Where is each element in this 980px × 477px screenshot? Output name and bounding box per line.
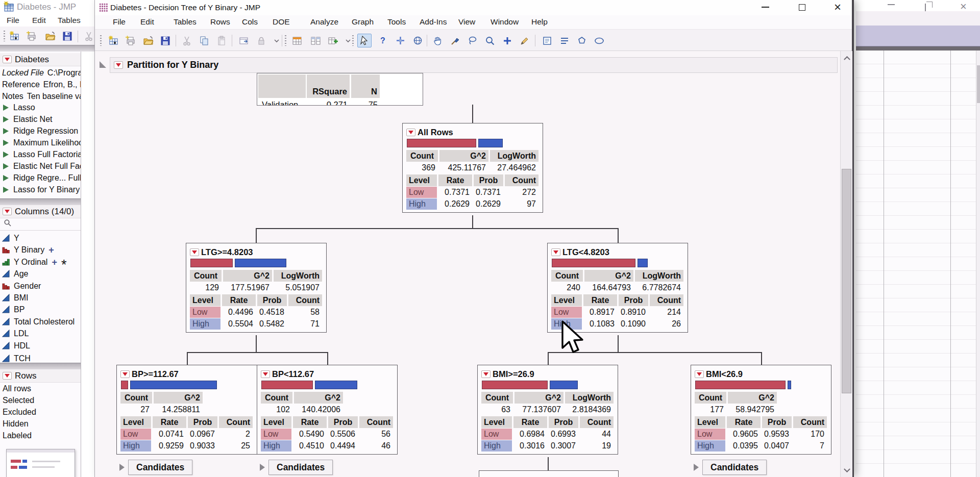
toolbar-handle[interactable] [100,35,102,46]
script-item-lasso[interactable]: Lasso [3,103,35,113]
vertical-scrollbar[interactable] [840,51,852,477]
run-script-icon[interactable] [3,163,9,169]
script-item-elastic-net-full[interactable]: Elastic Net Full Facto [3,161,81,171]
polygon-tool-icon[interactable] [575,34,589,47]
script-item-ridge-full[interactable]: Ridge Regre... Full Fa [3,173,81,183]
candidates-button[interactable]: Candidates [702,460,767,475]
candidates-button[interactable]: Candidates [268,460,333,475]
collapse-triangle-icon[interactable] [100,61,106,68]
menu-rows[interactable]: Rows [210,17,230,27]
column-item-hdl[interactable]: HDL [2,340,30,351]
pencil-tool-icon[interactable] [518,34,532,47]
new-data-table-icon[interactable] [7,29,21,43]
magnifier-tool-icon[interactable] [483,34,497,47]
disclosure-triangle-icon[interactable] [119,464,125,471]
script-item-lasso-y-binary[interactable]: Lasso for Y Binary [3,185,80,195]
red-triangle-button[interactable] [114,61,123,69]
red-triangle-button[interactable] [120,370,130,378]
columns-panel-header[interactable]: Columns (14/0) [0,205,81,218]
toolbar-handle[interactable] [285,35,286,46]
arrow-tool-icon[interactable] [357,34,372,47]
globe-tool-icon[interactable] [410,34,425,47]
toolbar-handle[interactable] [352,35,354,46]
toolbar-handle[interactable] [4,31,5,41]
menu-add-ins[interactable]: Add-Ins [420,17,447,27]
print-icon[interactable] [124,34,138,47]
add-rows-icon[interactable] [326,34,340,47]
menu-cols[interactable]: Cols [242,17,258,27]
column-item-bmi[interactable]: BMI [2,292,28,303]
column-item-gender[interactable]: Gender [2,281,41,291]
maximize-button[interactable] [790,0,814,14]
search-icon[interactable] [4,219,12,227]
scroll-down-button[interactable] [841,464,853,477]
new-data-table-icon[interactable] [106,34,120,47]
candidates-disclosure[interactable]: Candidates [119,460,192,475]
lock-icon[interactable] [254,34,268,47]
red-triangle-button[interactable] [406,129,415,136]
bg-menu-tables[interactable]: Tables [58,16,81,25]
lines-tool-icon[interactable] [557,34,572,47]
candidates-button[interactable]: Candidates [128,460,192,475]
column-item-ldl[interactable]: LDL [2,328,29,339]
save-icon[interactable] [158,34,173,47]
panel-splitter[interactable] [0,363,81,369]
red-triangle-button[interactable] [551,248,560,256]
run-script-icon[interactable] [3,175,9,181]
candidates-disclosure[interactable]: Candidates [260,460,333,475]
column-item-y-ordinal[interactable]: Y Ordinal + * [2,257,66,267]
copy-icon[interactable] [197,34,211,47]
open-icon[interactable] [43,29,57,43]
journal-icon[interactable] [237,34,251,47]
run-script-icon[interactable] [3,128,9,134]
menu-help[interactable]: Help [531,17,548,27]
panel-splitter[interactable] [0,198,81,205]
data-table-icon[interactable] [290,34,304,47]
close-button[interactable]: × [826,0,849,14]
red-triangle-button[interactable] [190,248,199,256]
column-item-total-cholesterol[interactable]: Total Cholesterol [2,316,75,327]
column-item-age[interactable]: Age [2,268,28,279]
cut-icon[interactable] [180,34,194,47]
bg-menu-edit[interactable]: Edit [32,16,46,25]
menu-window[interactable]: Window [491,17,519,27]
menu-edit[interactable]: Edit [140,17,154,27]
menu-graph[interactable]: Graph [352,17,374,27]
column-item-y-binary[interactable]: Y Binary + [2,244,54,255]
column-item-y[interactable]: Y [2,233,19,243]
data-panel-header[interactable]: Diabetes [0,53,81,66]
help-tool-icon[interactable]: ? [376,34,390,47]
red-triangle-button[interactable] [3,372,12,380]
paste-icon[interactable] [214,34,229,47]
scrollbar-thumb[interactable] [842,169,851,393]
run-script-icon[interactable] [3,116,9,122]
red-triangle-button[interactable] [695,370,704,378]
lasso-tool-icon[interactable] [465,34,480,47]
outline-header[interactable]: Partition for Y Binary [110,57,838,73]
candidates-disclosure[interactable]: Candidates [694,460,767,475]
menu-tools[interactable]: Tools [387,17,406,27]
oval-tool-icon[interactable] [592,34,606,47]
split-columns-icon[interactable] [308,34,323,47]
scroll-up-button[interactable] [841,51,853,64]
column-item-bp[interactable]: BP [2,304,24,315]
disclosure-triangle-icon[interactable] [260,464,265,471]
script-item-maximum-likelihood[interactable]: Maximum Likelihood [3,138,81,148]
title-bar[interactable]: Diabetes - Decision Tree of Y Binary - J… [95,0,852,15]
run-script-icon[interactable] [3,187,9,193]
crosshair-tool-icon[interactable] [393,34,407,47]
menu-file[interactable]: File [113,17,126,27]
bg-minimize-button[interactable] [888,4,895,5]
open-icon[interactable] [141,34,155,47]
bg-scrollbar[interactable] [976,51,980,477]
red-triangle-button[interactable] [481,370,491,378]
script-item-lasso-full-factorial[interactable]: Lasso Full Factorial [3,149,81,160]
script-item-elastic-net[interactable]: Elastic Net [3,114,52,124]
run-script-icon[interactable] [3,140,9,146]
hand-tool-icon[interactable] [431,34,445,47]
run-script-icon[interactable] [3,152,9,158]
red-triangle-button[interactable] [3,208,12,215]
rows-panel-header[interactable]: Rows [0,369,81,383]
menu-tables[interactable]: Tables [174,17,197,27]
script-item-ridge-regression[interactable]: Ridge Regression [3,126,78,136]
